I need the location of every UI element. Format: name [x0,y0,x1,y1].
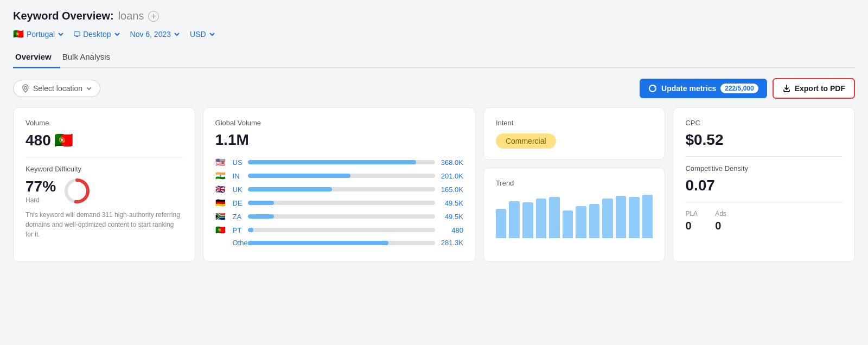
country-row: Other281.3K [215,239,463,247]
country-bar-fill [248,187,332,191]
country-row: 🇺🇸US368.0K [215,157,463,167]
kd-tag: Hard [25,196,56,204]
tabs-row: Overview Bulk Analysis [13,48,855,68]
cards-grid: Volume 480 🇵🇹 Keyword Difficulty 77% Har… [13,107,855,262]
country-bar-fill [248,228,253,232]
country-bar-fill [248,201,274,205]
kd-description: This keyword will demand 311 high-author… [25,210,183,239]
country-label: Portugal [27,30,55,39]
country-bar-bg [248,187,435,191]
country-code-label: ZA [233,213,244,221]
select-location-button[interactable]: Select location [13,80,100,97]
volume-flag: 🇵🇹 [54,131,73,149]
global-volume-label: Global Volume [215,119,463,127]
country-bar-bg [248,214,435,219]
chevron-down-icon [58,31,64,37]
toolbar-right: Update metrics 222/5,000 Export to PDF [640,78,855,99]
country-code-label: UK [233,186,244,194]
page-title-keyword: Keyword Overview: [13,10,114,22]
date-label: Nov 6, 2023 [130,30,171,39]
country-code-label: US [233,158,244,167]
country-value: 49.5K [439,199,463,207]
country-row: 🇮🇳IN201.0K [215,171,463,181]
country-code-label: PT [233,226,244,234]
trend-bar [522,202,533,238]
export-pdf-label: Export to PDF [795,84,845,93]
cpc-value: $0.52 [685,131,843,149]
export-pdf-button[interactable]: Export to PDF [773,78,855,99]
trend-bar [509,201,520,238]
volume-value: 480 🇵🇹 [25,131,183,149]
comp-density-label: Competitive Density [685,164,843,173]
device-label: Desktop [83,30,111,39]
kd-row: 77% Hard [25,177,183,205]
country-flag-icon: 🇿🇦 [215,212,228,221]
country-flag-icon: 🇩🇪 [215,198,228,208]
pla-item: PLA 0 [685,210,698,232]
country-bar-bg [248,201,435,205]
country-row: 🇩🇪DE49.5K [215,198,463,208]
intent-card: Intent Commercial [483,107,666,160]
cpc-label: CPC [685,119,843,127]
add-keyword-button[interactable]: + [148,11,159,22]
device-filter[interactable]: Desktop [74,30,120,39]
kd-value: 77% [25,178,56,195]
tab-overview[interactable]: Overview [13,48,60,68]
volume-label: Volume [25,119,183,127]
country-bars: 🇺🇸US368.0K🇮🇳IN201.0K🇬🇧UK165.0K🇩🇪DE49.5K🇿… [215,157,463,247]
trend-bar [616,196,627,238]
filter-row: 🇵🇹 Portugal Desktop Nov 6, 2023 USD [13,29,855,39]
global-volume-value: 1.1M [215,131,463,149]
svg-point-3 [24,87,27,90]
country-row: 🇿🇦ZA49.5K [215,212,463,221]
currency-label: USD [190,30,206,39]
ads-item: Ads 0 [715,210,726,232]
location-pin-icon [21,84,30,93]
country-bar-bg [248,241,435,245]
country-code-label: IN [233,172,244,180]
select-location-label: Select location [33,84,82,93]
svg-rect-0 [74,31,80,36]
country-value: 480 [439,226,463,234]
country-bar-fill [248,160,417,164]
pla-value: 0 [685,220,698,232]
country-flag-icon: 🇺🇸 [215,157,228,167]
country-bar-fill [248,241,388,245]
global-volume-card: Global Volume 1.1M 🇺🇸US368.0K🇮🇳IN201.0K🇬… [203,107,476,262]
country-flag-icon: 🇬🇧 [215,184,228,194]
desktop-icon [74,31,80,37]
country-code-label: DE [233,199,244,207]
trend-bar [496,209,507,238]
trend-bars [496,195,653,238]
country-filter[interactable]: 🇵🇹 Portugal [13,29,64,39]
trend-bar [563,210,573,238]
country-bar-bg [248,174,435,178]
country-value: 368.0K [439,158,463,167]
country-bar-fill [248,214,274,219]
comp-density-value: 0.07 [685,177,843,194]
country-value: 165.0K [439,186,463,194]
country-row: 🇬🇧UK165.0K [215,184,463,194]
tab-bulk-analysis[interactable]: Bulk Analysis [60,48,119,68]
kd-donut-chart [63,177,91,205]
update-metrics-button[interactable]: Update metrics 222/5,000 [640,79,767,98]
trend-card: Trend [483,168,666,262]
country-code-label: Other [233,239,244,247]
currency-filter[interactable]: USD [190,30,215,39]
ads-value: 0 [715,220,726,232]
date-filter[interactable]: Nov 6, 2023 [130,30,181,39]
trend-label: Trend [496,179,653,187]
intent-label: Intent [496,119,653,127]
trend-bar [536,199,547,238]
country-row: 🇵🇹PT480 [215,225,463,235]
ads-label: Ads [715,210,726,218]
trend-bar [589,204,600,238]
page-title-word: loans [118,10,144,22]
country-flag: 🇵🇹 [13,29,24,39]
pla-label: PLA [685,210,698,218]
export-icon [782,84,791,93]
country-bar-bg [248,160,435,164]
chevron-down-icon [114,31,120,37]
update-metrics-label: Update metrics [661,84,716,93]
chevron-down-icon [86,85,92,92]
